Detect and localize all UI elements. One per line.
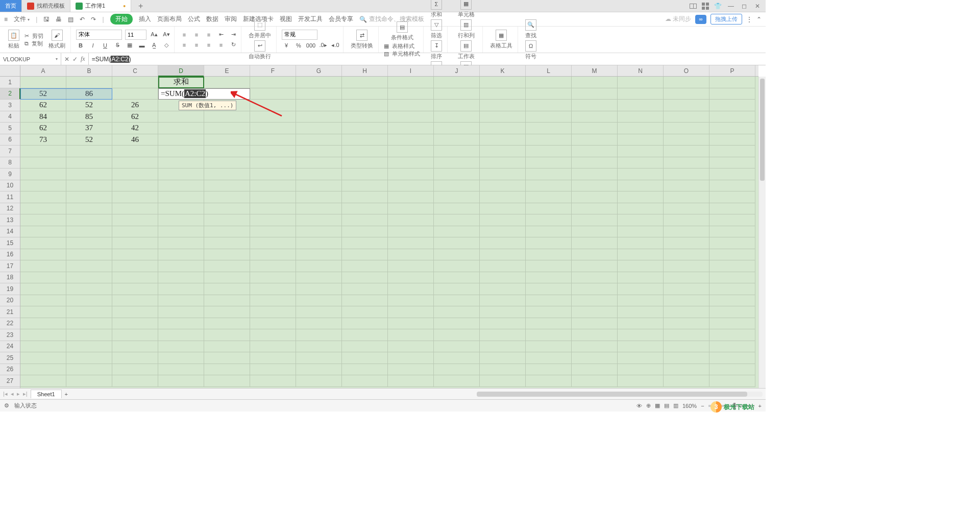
cell[interactable] (158, 295, 204, 307)
cell[interactable] (434, 77, 480, 88)
find-button[interactable]: 🔍查找 (523, 19, 538, 39)
cell[interactable] (480, 191, 526, 203)
cell[interactable] (709, 168, 755, 180)
cell[interactable] (526, 123, 572, 134)
cell[interactable] (434, 237, 480, 249)
view-break-icon[interactable]: ▥ (673, 402, 678, 409)
row-header[interactable]: 26 (0, 364, 20, 376)
cell[interactable] (480, 295, 526, 307)
cell[interactable] (434, 88, 480, 100)
cell[interactable] (572, 146, 618, 157)
cell[interactable] (526, 226, 572, 238)
qat-preview-icon[interactable]: ▤ (68, 16, 74, 23)
underline-icon[interactable]: U (101, 41, 110, 50)
column-header[interactable]: A (20, 65, 66, 76)
cell[interactable] (112, 283, 158, 295)
row-header[interactable]: 8 (0, 157, 20, 169)
cell[interactable] (388, 283, 434, 295)
cell[interactable] (434, 283, 480, 295)
cell[interactable] (112, 375, 158, 387)
row-header[interactable]: 14 (0, 226, 20, 238)
cell[interactable] (664, 146, 709, 157)
cell[interactable] (296, 134, 342, 146)
cell[interactable] (250, 214, 296, 226)
increase-font-icon[interactable]: A▴ (150, 30, 159, 39)
column-header[interactable]: M (572, 65, 618, 76)
file-menu[interactable]: 文件 ▾ (14, 15, 30, 23)
cell[interactable]: 37 (66, 123, 112, 134)
cell[interactable] (250, 249, 296, 261)
cell[interactable] (572, 341, 618, 353)
cell[interactable] (664, 341, 709, 353)
cell[interactable] (434, 341, 480, 353)
cell[interactable] (66, 375, 112, 387)
cell[interactable] (112, 260, 158, 272)
cell[interactable] (112, 249, 158, 261)
cell[interactable] (342, 203, 388, 215)
cell[interactable] (709, 111, 755, 123)
cell[interactable] (480, 306, 526, 318)
cell[interactable] (342, 77, 388, 88)
cell[interactable] (204, 123, 250, 134)
type-convert-button[interactable]: ⇄ 类型转换 (349, 30, 375, 50)
cell[interactable] (112, 168, 158, 180)
cell[interactable] (480, 100, 526, 111)
cell[interactable] (618, 272, 664, 284)
cell[interactable] (480, 180, 526, 192)
align-bottom-icon[interactable]: ≡ (204, 30, 213, 39)
cell[interactable] (709, 180, 755, 192)
number-format-select[interactable] (282, 30, 317, 40)
cell[interactable] (572, 329, 618, 341)
cell[interactable] (158, 134, 204, 146)
cell[interactable] (664, 364, 709, 376)
cell[interactable] (388, 123, 434, 134)
cell-editor[interactable]: =SUM(A2:C2) (158, 88, 250, 100)
cell[interactable] (480, 214, 526, 226)
cell[interactable] (112, 203, 158, 215)
cell[interactable] (342, 168, 388, 180)
font-color-icon[interactable]: A̲ (150, 41, 159, 50)
align-center-icon[interactable]: ≡ (192, 40, 201, 50)
cell[interactable] (664, 203, 709, 215)
cell[interactable] (709, 203, 755, 215)
cell[interactable] (20, 157, 66, 169)
cell[interactable] (664, 226, 709, 238)
row-header[interactable]: 9 (0, 168, 20, 180)
tab-data[interactable]: 数据 (206, 15, 218, 23)
cell[interactable] (158, 249, 204, 261)
cell[interactable] (20, 375, 66, 387)
cell[interactable] (342, 341, 388, 353)
cell[interactable] (342, 237, 388, 249)
row-header[interactable]: 21 (0, 306, 20, 318)
cell[interactable] (112, 237, 158, 249)
cell[interactable] (158, 364, 204, 376)
cell[interactable] (388, 295, 434, 307)
cell[interactable] (572, 306, 618, 318)
cell[interactable] (664, 375, 709, 387)
cell[interactable] (526, 180, 572, 192)
cell[interactable] (296, 329, 342, 341)
cell[interactable] (572, 180, 618, 192)
vertical-scrollbar[interactable] (758, 77, 766, 388)
cell[interactable] (342, 364, 388, 376)
cell[interactable] (250, 168, 296, 180)
cell[interactable] (572, 237, 618, 249)
cell[interactable] (526, 364, 572, 376)
cell[interactable] (480, 168, 526, 180)
cell[interactable] (112, 272, 158, 284)
cell[interactable] (618, 203, 664, 215)
cell[interactable] (250, 123, 296, 134)
cell[interactable] (618, 134, 664, 146)
cell[interactable] (434, 375, 480, 387)
cell[interactable] (572, 157, 618, 169)
cell[interactable] (204, 249, 250, 261)
cell[interactable] (296, 237, 342, 249)
cell[interactable] (296, 168, 342, 180)
cell[interactable] (66, 364, 112, 376)
view-page-icon[interactable]: ▤ (664, 402, 669, 409)
cell[interactable] (709, 77, 755, 88)
cell[interactable] (250, 100, 296, 111)
dec-dec-icon[interactable]: ◂.0 (331, 41, 340, 50)
table-tools-button[interactable]: ▦表格工具 (488, 30, 514, 50)
cell[interactable] (158, 329, 204, 341)
